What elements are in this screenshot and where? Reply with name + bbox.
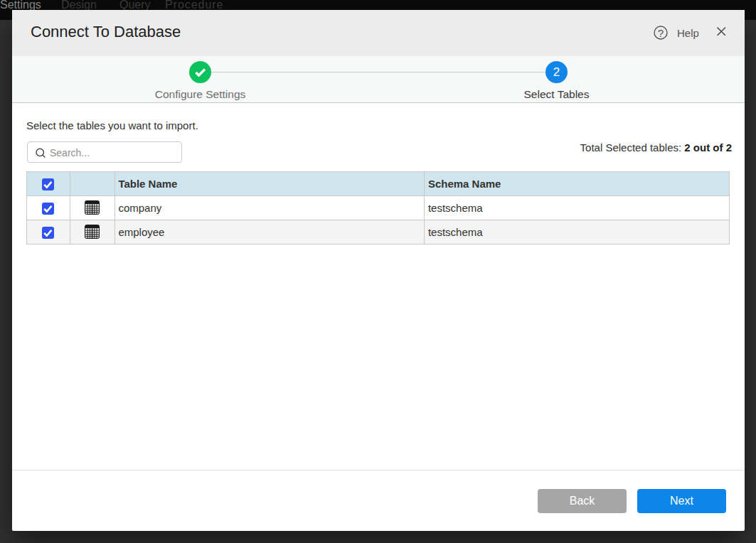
svg-text:?: ? bbox=[658, 27, 664, 39]
